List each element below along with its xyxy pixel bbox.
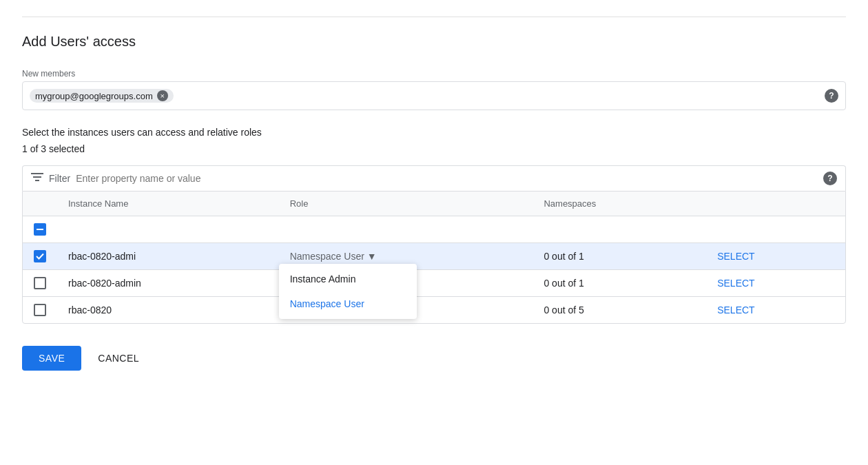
role-dropdown[interactable]: Namespace User ▼ [290, 251, 522, 262]
row-checkbox-cell[interactable] [23, 216, 57, 243]
chip-remove-button[interactable]: × [157, 90, 168, 101]
header-role: Role [279, 192, 533, 216]
filter-label: Filter [49, 173, 70, 184]
action-cell[interactable]: SELECT [706, 243, 845, 270]
new-members-section: New members mygroup@googlegroups.com × ? [22, 69, 846, 110]
role-value: Namespace User [290, 251, 364, 262]
select-link[interactable]: SELECT [717, 304, 754, 316]
row-checkbox-cell[interactable] [23, 297, 57, 324]
table-header-row: Instance Name Role Namespaces [23, 192, 845, 216]
role-dropdown-menu: Instance Admin Namespace User [279, 264, 417, 319]
namespaces-value: 0 out of 5 [533, 297, 706, 324]
filter-help-icon[interactable]: ? [823, 172, 837, 185]
table-row: rbac-0820 Namespace User ▼ 0 out of 5 SE… [23, 297, 845, 324]
instance-name-value: rbac-0820-admin [57, 270, 279, 297]
new-members-input[interactable]: mygroup@googlegroups.com × ? [22, 81, 846, 110]
action-cell[interactable]: SELECT [706, 297, 845, 324]
instance-table: Instance Name Role Namespaces [22, 191, 846, 324]
checkbox-indeterminate[interactable] [34, 223, 46, 236]
select-link[interactable]: SELECT [717, 251, 754, 262]
role-cell[interactable]: Namespace User ▼ Instance Admin Namespac… [279, 243, 533, 270]
filter-icon [31, 172, 43, 185]
page-title: Add Users' access [22, 34, 846, 50]
new-members-help-icon[interactable]: ? [825, 89, 838, 103]
chevron-down-icon: ▼ [367, 251, 377, 262]
instance-name-cell [57, 216, 279, 243]
row-checkbox-cell[interactable] [23, 270, 57, 297]
member-chip: mygroup@googlegroups.com × [30, 89, 174, 103]
checkbox-checked[interactable] [34, 250, 46, 262]
table-row: rbac-0820-admin 0 out of 1 SELECT [23, 270, 845, 297]
footer-buttons: SAVE CANCEL [22, 346, 846, 371]
header-instance-name: Instance Name [57, 192, 279, 216]
checkbox-unchecked[interactable] [34, 277, 46, 289]
namespaces-value: 0 out of 1 [533, 243, 706, 270]
role-cell [279, 216, 533, 243]
selection-count: 1 of 3 selected [22, 143, 846, 154]
filter-input[interactable] [76, 173, 818, 184]
header-action [706, 192, 845, 216]
instruction-text: Select the instances users can access an… [22, 127, 846, 138]
namespaces-value: 0 out of 1 [533, 270, 706, 297]
save-button[interactable]: SAVE [22, 346, 81, 371]
action-cell[interactable]: SELECT [706, 270, 845, 297]
filter-bar: Filter ? [22, 165, 846, 191]
row-checkbox-cell[interactable] [23, 243, 57, 270]
cancel-button[interactable]: CANCEL [98, 353, 139, 364]
namespaces-cell [533, 216, 706, 243]
dropdown-item-instance-admin[interactable]: Instance Admin [279, 267, 417, 291]
new-members-label: New members [22, 69, 846, 79]
table-row [23, 216, 845, 243]
header-namespaces: Namespaces [533, 192, 706, 216]
action-cell [706, 216, 845, 243]
header-checkbox-cell [23, 192, 57, 216]
instance-name-value: rbac-0820 [57, 297, 279, 324]
table-row: rbac-0820-admi Namespace User ▼ Instance… [23, 243, 845, 270]
checkbox-unchecked[interactable] [34, 304, 46, 316]
select-link[interactable]: SELECT [717, 278, 754, 289]
dropdown-item-namespace-user[interactable]: Namespace User [279, 291, 417, 316]
instance-name-value: rbac-0820-admi [57, 243, 279, 270]
chip-value: mygroup@googlegroups.com [35, 91, 153, 101]
